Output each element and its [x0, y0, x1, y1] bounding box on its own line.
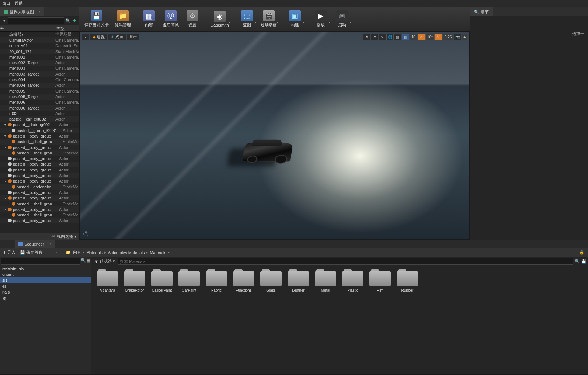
- datasmith-button[interactable]: Datasmith▾: [208, 9, 231, 29]
- outliner-row[interactable]: mera006_TargetActor: [0, 105, 79, 111]
- viewport-options-button[interactable]: ▾: [82, 34, 89, 40]
- outliner-row[interactable]: pasted__body_groupActor: [0, 173, 79, 178]
- grid-snap-value[interactable]: 10: [410, 34, 417, 40]
- details-tab[interactable]: 🔍 细节: [470, 7, 493, 16]
- angle-snap-button[interactable]: ∠: [418, 34, 425, 40]
- asset-folder[interactable]: Rubber: [395, 269, 420, 371]
- blueprint-button[interactable]: 蓝图▾: [237, 9, 257, 29]
- outliner-row[interactable]: smith_v01DatasmithScene: [0, 43, 79, 49]
- transform-scale-button[interactable]: ⤡: [379, 34, 386, 40]
- outliner-row[interactable]: r002Actor: [0, 111, 79, 116]
- history-back-button[interactable]: ←: [46, 250, 52, 255]
- angle-snap-value[interactable]: 10°: [425, 34, 435, 40]
- level-viewport[interactable]: ▾ ◆透视 ☀光照 显示 ✥ ⟲ ⤡ 🌐 ▦ ▦ 10 ∠ 10° % 0.25: [80, 32, 469, 239]
- show-button[interactable]: 显示: [127, 34, 139, 40]
- build-button[interactable]: 构建▾: [285, 9, 305, 29]
- chevron-down-icon[interactable]: ▾: [74, 234, 77, 239]
- asset-folder[interactable]: Rim: [368, 269, 392, 371]
- surface-snap-button[interactable]: ▦: [394, 34, 401, 40]
- asset-folder[interactable]: Leather: [286, 269, 310, 371]
- asset-folder[interactable]: Metal: [313, 269, 338, 371]
- asset-folder[interactable]: Plastic: [341, 269, 365, 371]
- import-button[interactable]: ⬇ 导入: [2, 250, 16, 255]
- coord-space-button[interactable]: 🌐: [386, 34, 394, 40]
- outliner-row[interactable]: ▾pasted__body_groupActor: [0, 145, 79, 150]
- source-folder[interactable]: 资: [0, 295, 91, 302]
- launch-button[interactable]: 启动▾: [332, 9, 352, 29]
- outliner-row[interactable]: pasted__body_groupActor: [0, 156, 79, 162]
- lock-icon[interactable]: 🔓: [578, 250, 586, 255]
- asset-folder[interactable]: Fabric: [204, 269, 229, 371]
- scale-snap-button[interactable]: %: [435, 34, 442, 40]
- asset-folder[interactable]: CarPaint: [177, 269, 201, 371]
- source-folder[interactable]: iveMaterials: [0, 265, 91, 271]
- outliner-row[interactable]: ▾pasted__body_groupActor: [0, 195, 79, 201]
- outliner-row[interactable]: pasted__body_groupActor: [0, 167, 79, 173]
- outliner-row[interactable]: mera004CineCameraActo: [0, 77, 79, 82]
- outliner-row[interactable]: pasted__car_ext002Actor: [0, 116, 79, 122]
- outliner-row[interactable]: ▾pasted__body_groupActor: [0, 178, 79, 184]
- sequencer-tab[interactable]: Sequencer ×: [15, 240, 55, 248]
- outliner-row[interactable]: pasted__body_groupActor: [0, 162, 79, 167]
- source-control-button[interactable]: 源码管理: [112, 9, 133, 29]
- outliner-row[interactable]: CameraActorCineCameraActo: [0, 37, 79, 43]
- source-folder[interactable]: ontent: [0, 271, 91, 277]
- outliner-row[interactable]: mera003CineCameraActo: [0, 66, 79, 71]
- marketplace-button[interactable]: 虚幻商城: [160, 9, 181, 29]
- grid-snap-button[interactable]: ▦: [402, 34, 409, 40]
- outliner-row[interactable]: pasted__shell_grouStaticMeshActo: [0, 212, 79, 218]
- camera-speed-button[interactable]: 📷: [454, 34, 461, 40]
- outliner-row[interactable]: mera005CineCameraActo: [0, 88, 79, 94]
- search-icon[interactable]: 🔍: [65, 18, 71, 24]
- outliner-row[interactable]: mera002CineCameraActo: [0, 54, 79, 60]
- menu-help[interactable]: 帮助: [15, 1, 23, 6]
- search-icon[interactable]: 🔍: [575, 259, 580, 264]
- outliner-row[interactable]: pasted__shell_grouStaticMeshActo: [0, 201, 79, 206]
- content-button[interactable]: 内容: [139, 9, 159, 29]
- add-icon[interactable]: ✚: [72, 18, 77, 24]
- outliner-row[interactable]: pasted__group_32281Actor: [0, 128, 79, 133]
- filters-button[interactable]: ▼过滤器▾: [93, 258, 116, 264]
- outliner-row[interactable]: pasted__shell_grouStaticMeshActo: [0, 150, 79, 156]
- crumb-automotive[interactable]: AutomotiveMaterials: [108, 250, 145, 255]
- transform-move-button[interactable]: ✥: [363, 34, 370, 40]
- outliner-tab[interactable]: 世界大纲视图 ×: [0, 7, 44, 16]
- outliner-row[interactable]: mera002_TargetActor: [0, 60, 79, 65]
- transform-rotate-button[interactable]: ⟲: [371, 34, 378, 40]
- asset-search-input[interactable]: [118, 258, 573, 265]
- outliner-row[interactable]: 编辑器）世界场景: [0, 32, 79, 37]
- close-icon[interactable]: ×: [38, 10, 41, 14]
- outliner-row[interactable]: pasted__body_groupActor: [0, 190, 79, 195]
- outliner-row[interactable]: 20_001_171StaticMeshActo: [0, 49, 79, 54]
- save-search-icon[interactable]: 💾: [581, 259, 587, 264]
- source-folder[interactable]: es: [0, 283, 91, 289]
- cinematics-button[interactable]: 过场动画▾: [258, 9, 279, 29]
- source-folder[interactable]: als: [0, 277, 91, 283]
- source-folder[interactable]: rials: [0, 289, 91, 295]
- chevron-down-icon[interactable]: ▾: [1, 18, 7, 24]
- outliner-row[interactable]: mera006CineCameraActo: [0, 100, 79, 105]
- outliner-row[interactable]: pasted__shell_grouStaticMeshActo: [0, 139, 79, 145]
- outliner-row[interactable]: ▾pasted__body_groupActor: [0, 133, 79, 139]
- crumb-materials2[interactable]: Materials: [150, 250, 166, 255]
- menu-window[interactable]: 窗口: [2, 1, 10, 6]
- folder-icon[interactable]: 📁: [65, 250, 72, 255]
- lit-button[interactable]: ☀光照: [108, 34, 126, 40]
- outliner-search-input[interactable]: [8, 17, 64, 24]
- asset-folder[interactable]: Glass: [259, 269, 283, 371]
- perspective-button[interactable]: ◆透视: [90, 34, 107, 40]
- search-icon[interactable]: 🔍: [81, 258, 86, 265]
- help-icon[interactable]: ?: [83, 231, 88, 236]
- outliner-row[interactable]: mera004_TargetActor: [0, 83, 79, 88]
- asset-folder[interactable]: BrakeRotor: [122, 269, 147, 371]
- play-button[interactable]: 播放▾: [311, 9, 331, 29]
- save-all-button[interactable]: 💾 保存所有: [19, 250, 43, 255]
- close-icon[interactable]: ×: [48, 242, 51, 246]
- settings-button[interactable]: 设置▾: [182, 9, 202, 29]
- outliner-row[interactable]: pasted__dadengboStaticMeshActo: [0, 184, 79, 190]
- save-button[interactable]: 保存当前关卡: [82, 9, 111, 29]
- asset-folder[interactable]: CaliperPaint: [150, 269, 174, 371]
- outliner-row[interactable]: ▾pasted__dadeng002Actor: [0, 122, 79, 128]
- crumb-content[interactable]: 内容: [73, 250, 81, 255]
- view-options-btn[interactable]: 视图选项: [57, 234, 73, 239]
